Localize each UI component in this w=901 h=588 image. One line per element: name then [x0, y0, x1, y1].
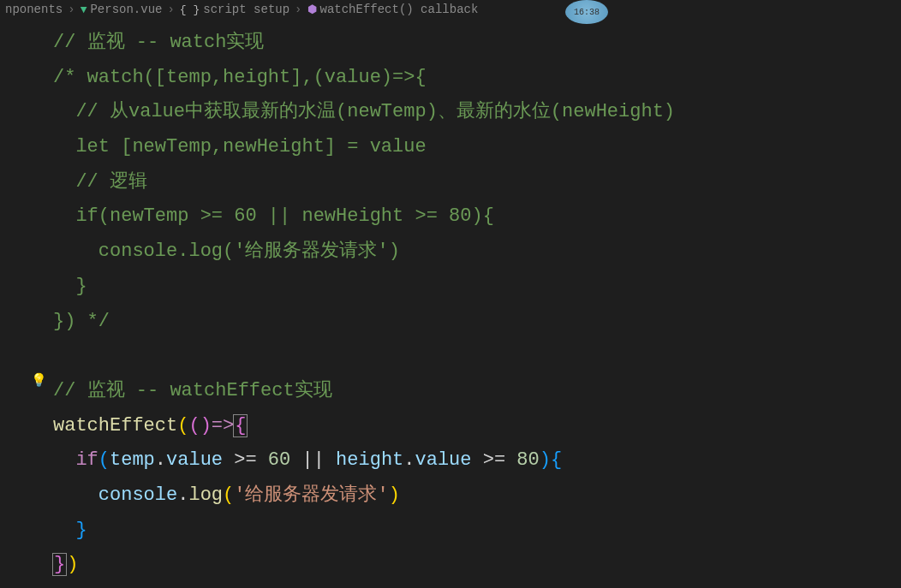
- breadcrumb-scope[interactable]: { } script setup: [180, 3, 289, 16]
- code-line: }: [53, 270, 901, 305]
- code-line: // 从value中获取最新的水温(newTemp)、最新的水位(newHeig…: [53, 95, 901, 130]
- code-line: /* watch([temp,height],(value)=>{: [53, 61, 901, 96]
- code-line: if(temp.value >= 60 || height.value >= 8…: [53, 443, 901, 478]
- code-line: let [newTemp,newHeight] = value: [53, 130, 901, 165]
- code-line: // 监视 -- watch实现: [53, 26, 901, 61]
- breadcrumb: nponents › ▼ Person.vue › { } script set…: [0, 0, 901, 19]
- lightbulb-icon[interactable]: 💡: [31, 370, 47, 394]
- code-line: }): [53, 548, 901, 583]
- code-line: console.log('给服务器发请求'): [53, 478, 901, 514]
- code-line: console.log('给服务器发请求'): [53, 235, 901, 270]
- breadcrumb-symbol[interactable]: ⬢ watchEffect() callback: [307, 3, 479, 16]
- chevron-right-icon: ›: [295, 3, 301, 16]
- breadcrumb-file[interactable]: ▼ Person.vue: [81, 3, 163, 16]
- code-line: }) */: [53, 305, 901, 340]
- code-line: [53, 339, 901, 374]
- code-line: // 逻辑: [53, 165, 901, 200]
- code-line: // 监视 -- watchEffect实现: [53, 374, 901, 409]
- braces-icon: { }: [180, 3, 200, 16]
- chevron-right-icon: ›: [167, 3, 174, 16]
- vue-icon: ▼: [81, 3, 87, 16]
- code-line: watchEffect(()=>{: [53, 409, 901, 444]
- chevron-right-icon: ›: [68, 3, 75, 16]
- code-editor[interactable]: 💡 // 监视 -- watch实现 /* watch([temp,height…: [0, 19, 901, 583]
- code-line: if(newTemp >= 60 || newHeight >= 80){: [53, 199, 901, 235]
- method-icon: ⬢: [307, 3, 317, 16]
- breadcrumb-folder[interactable]: nponents: [5, 3, 63, 16]
- code-line: }: [53, 514, 901, 549]
